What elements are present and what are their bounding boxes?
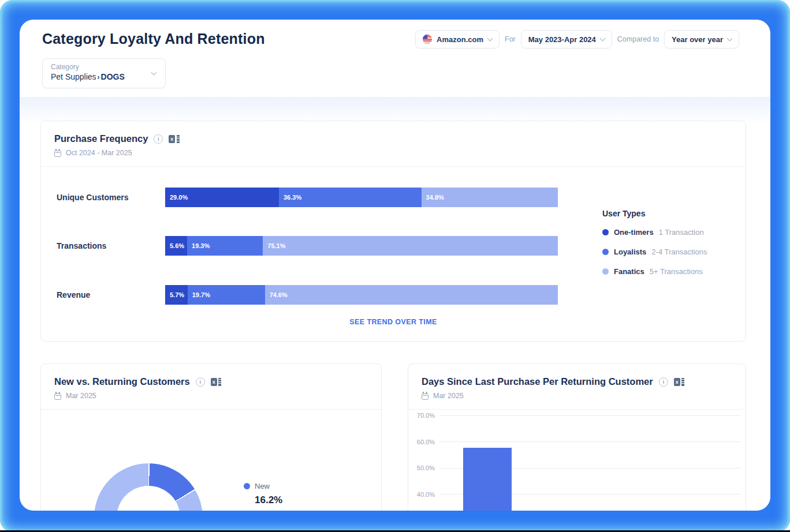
calendar-icon [54, 394, 61, 400]
legend-value: 16.2% [255, 494, 282, 506]
app-window: Category Loyalty And Retention Amazon.co… [20, 20, 770, 511]
market-select[interactable]: Amazon.com [415, 30, 500, 48]
y-axis-tick-label: 50.0% [416, 464, 435, 471]
category-select-label: Category [51, 63, 157, 71]
legend-dot [602, 229, 609, 235]
pf-bar-segment-fanatics[interactable]: 75.1% [263, 236, 558, 256]
pf-row: Unique Customers29.0%36.3%34.8% [41, 188, 746, 207]
purchase-frequency-chart: Unique Customers29.0%36.3%34.8%Transacti… [41, 167, 746, 342]
market-select-value: Amazon.com [437, 35, 483, 44]
gridline [439, 415, 741, 416]
page-title: Category Loyalty And Retention [42, 31, 265, 47]
legend-name: Fanatics [614, 267, 644, 276]
pf-bar-segment-loyalists[interactable]: 19.7% [188, 285, 265, 305]
legend-desc: 2-4 Transactions [651, 248, 707, 256]
header-gradient-band [20, 98, 770, 122]
legend-dot [602, 268, 609, 275]
column-bar[interactable] [463, 448, 512, 511]
comparison-select-value: Year over year [672, 35, 723, 44]
legend-desc: 5+ Transactions [650, 267, 703, 276]
pf-bar-segment-loyalists[interactable]: 36.3% [279, 188, 422, 207]
chevron-down-icon [487, 36, 493, 42]
period-select-value: May 2023-Apr 2024 [528, 35, 596, 44]
comparison-select[interactable]: Year over year [664, 30, 739, 48]
excel-export-icon[interactable] [169, 135, 180, 143]
pf-bar-segment-fanatics[interactable]: 74.6% [265, 285, 558, 305]
y-axis-tick-label: 70.0% [416, 412, 435, 419]
legend-name: Loyalists [614, 248, 646, 256]
card-title: New vs. Returning Customers [54, 376, 190, 387]
pf-row-label: Revenue [57, 290, 90, 299]
days-since-card: Days Since Last Purchase Per Returning C… [408, 364, 746, 511]
card-header: Days Since Last Purchase Per Returning C… [408, 364, 746, 410]
compared-to-label: Compared to [617, 35, 659, 43]
for-label: For [505, 35, 516, 43]
legend-desc: 1 Transaction [659, 228, 704, 237]
pf-stacked-bar: 5.7%19.7%74.6% [165, 285, 558, 305]
card-title: Days Since Last Purchase Per Returning C… [422, 376, 653, 387]
chevron-down-icon [727, 36, 733, 42]
period-select[interactable]: May 2023-Apr 2024 [521, 30, 612, 48]
pf-bar-segment-one-timers[interactable]: 5.6% [165, 236, 187, 256]
legend-dot [602, 249, 609, 255]
date-range: Mar 2025 [433, 392, 464, 400]
donut-legend: New 16.2% [244, 482, 282, 506]
y-axis-tick-row: 70.0% [416, 412, 741, 419]
legend-item: Fanatics5+ Transactions [602, 267, 707, 276]
y-axis-tick-label: 60.0% [416, 439, 435, 445]
legend-item: One-timers1 Transaction [602, 228, 707, 237]
pf-stacked-bar: 29.0%36.3%34.8% [165, 188, 558, 207]
category-select[interactable]: Category Pet Supplies›DOGS [42, 58, 166, 88]
legend-dot [244, 483, 250, 489]
legend-label: New [255, 482, 270, 490]
legend-title: User Types [602, 209, 707, 218]
user-types-legend: User Types One-timers1 TransactionLoyali… [602, 209, 707, 287]
pf-bar-segment-one-timers[interactable]: 5.7% [165, 285, 188, 305]
days-since-chart: 70.0%60.0%50.0%40.0% [408, 410, 746, 511]
date-range: Oct 2024 - Mar 2025 [66, 149, 132, 157]
us-flag-icon [423, 35, 432, 44]
info-icon[interactable] [659, 377, 668, 387]
gridline [439, 441, 741, 442]
pf-row-label: Transactions [57, 241, 106, 250]
chevron-down-icon [599, 36, 605, 42]
legend-item: Loyalists2-4 Transactions [602, 248, 707, 256]
category-select-value: Pet Supplies›DOGS [51, 72, 157, 81]
y-axis-tick-row: 60.0% [416, 439, 741, 445]
y-axis-tick-label: 40.0% [416, 491, 435, 498]
see-trend-link[interactable]: SEE TREND OVER TIME [41, 318, 746, 326]
pf-bar-segment-fanatics[interactable]: 34.8% [422, 188, 558, 207]
purchase-frequency-card: Purchase Frequency Oct 2024 - Mar 2025 U… [40, 121, 746, 342]
header-controls: Amazon.com For May 2023-Apr 2024 Compare… [415, 30, 739, 48]
screenshot-root: Category Loyalty And Retention Amazon.co… [0, 0, 790, 532]
pf-bar-segment-loyalists[interactable]: 19.3% [187, 236, 263, 256]
new-vs-returning-donut[interactable] [94, 463, 203, 511]
calendar-icon [422, 394, 428, 400]
calendar-icon [54, 151, 61, 157]
pf-bar-segment-one-timers[interactable]: 29.0% [165, 188, 279, 207]
pf-row-label: Unique Customers [57, 193, 128, 202]
info-icon[interactable] [196, 377, 205, 387]
info-icon[interactable] [154, 134, 163, 144]
pf-stacked-bar: 5.6%19.3%75.1% [165, 236, 558, 256]
card-title: Purchase Frequency [54, 133, 148, 144]
date-range: Mar 2025 [66, 392, 96, 400]
pf-row: Revenue5.7%19.7%74.6% [41, 285, 746, 305]
new-vs-returning-card: New vs. Returning Customers Mar 2025 New… [40, 364, 382, 511]
legend-name: One-timers [614, 228, 654, 237]
card-header: Purchase Frequency Oct 2024 - Mar 2025 [41, 121, 746, 167]
card-header: New vs. Returning Customers Mar 2025 [41, 364, 381, 410]
excel-export-icon[interactable] [211, 378, 222, 386]
excel-export-icon[interactable] [674, 378, 685, 386]
